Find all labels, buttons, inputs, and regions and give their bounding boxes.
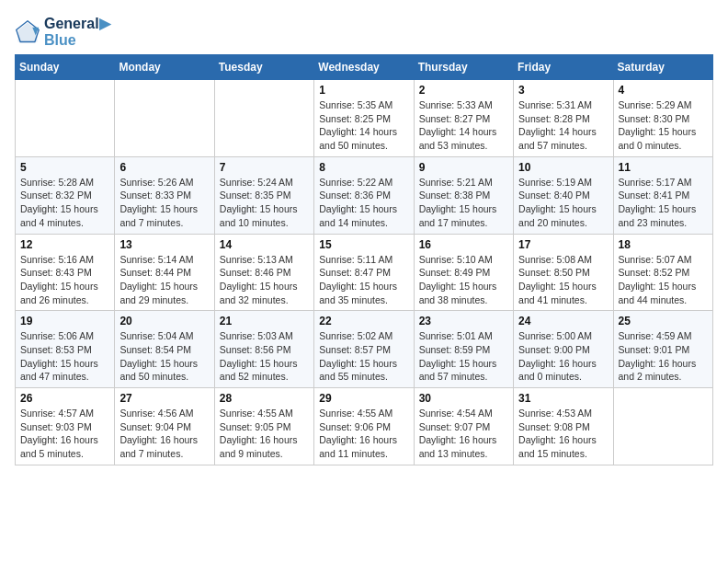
day-info: Sunrise: 5:31 AMSunset: 8:28 PMDaylight:… bbox=[518, 98, 608, 153]
calendar-cell: 26Sunrise: 4:57 AMSunset: 9:03 PMDayligh… bbox=[16, 388, 115, 465]
day-info: Sunrise: 5:28 AMSunset: 8:32 PMDaylight:… bbox=[20, 176, 109, 230]
weekday-header: Wednesday bbox=[314, 55, 414, 80]
calendar-cell: 13Sunrise: 5:14 AMSunset: 8:44 PMDayligh… bbox=[115, 234, 214, 311]
weekday-header: Sunday bbox=[16, 55, 115, 80]
day-number: 26 bbox=[20, 392, 109, 405]
day-number: 22 bbox=[319, 315, 408, 327]
day-info: Sunrise: 4:57 AMSunset: 9:03 PMDaylight:… bbox=[20, 407, 109, 461]
calendar-cell: 27Sunrise: 4:56 AMSunset: 9:04 PMDayligh… bbox=[115, 388, 214, 465]
calendar-cell: 2Sunrise: 5:33 AMSunset: 8:27 PMDaylight… bbox=[414, 80, 513, 157]
day-info: Sunrise: 4:53 AMSunset: 9:08 PMDaylight:… bbox=[518, 407, 608, 461]
day-info: Sunrise: 5:07 AMSunset: 8:52 PMDaylight:… bbox=[619, 253, 708, 307]
day-info: Sunrise: 4:59 AMSunset: 9:01 PMDaylight:… bbox=[619, 329, 708, 384]
day-info: Sunrise: 5:17 AMSunset: 8:41 PMDaylight:… bbox=[619, 176, 708, 230]
calendar-cell: 28Sunrise: 4:55 AMSunset: 9:05 PMDayligh… bbox=[214, 388, 313, 465]
weekday-header: Thursday bbox=[414, 55, 513, 80]
day-number: 6 bbox=[119, 161, 209, 174]
day-info: Sunrise: 5:24 AMSunset: 8:35 PMDaylight:… bbox=[220, 176, 309, 230]
calendar-cell: 23Sunrise: 5:01 AMSunset: 8:59 PMDayligh… bbox=[414, 311, 513, 388]
day-number: 21 bbox=[220, 315, 309, 327]
day-info: Sunrise: 5:01 AMSunset: 8:59 PMDaylight:… bbox=[419, 329, 508, 384]
day-number: 1 bbox=[319, 84, 408, 97]
day-number: 25 bbox=[619, 315, 708, 327]
day-info: Sunrise: 5:02 AMSunset: 8:57 PMDaylight:… bbox=[319, 329, 408, 384]
day-number: 16 bbox=[419, 238, 508, 251]
day-number: 17 bbox=[518, 238, 608, 251]
calendar-cell bbox=[115, 80, 214, 157]
day-info: Sunrise: 5:21 AMSunset: 8:38 PMDaylight:… bbox=[419, 176, 508, 230]
day-number: 2 bbox=[419, 84, 508, 97]
weekday-header: Monday bbox=[115, 55, 214, 80]
calendar-cell: 22Sunrise: 5:02 AMSunset: 8:57 PMDayligh… bbox=[314, 311, 414, 388]
calendar-cell: 19Sunrise: 5:06 AMSunset: 8:53 PMDayligh… bbox=[16, 311, 115, 388]
calendar-cell: 5Sunrise: 5:28 AMSunset: 8:32 PMDaylight… bbox=[16, 156, 115, 234]
calendar-cell: 14Sunrise: 5:13 AMSunset: 8:46 PMDayligh… bbox=[214, 234, 313, 311]
svg-marker-0 bbox=[18, 22, 38, 41]
day-number: 4 bbox=[619, 84, 708, 97]
day-info: Sunrise: 5:14 AMSunset: 8:44 PMDaylight:… bbox=[119, 253, 209, 307]
calendar-cell: 24Sunrise: 5:00 AMSunset: 9:00 PMDayligh… bbox=[514, 311, 613, 388]
calendar-cell: 16Sunrise: 5:10 AMSunset: 8:49 PMDayligh… bbox=[414, 234, 513, 311]
calendar-cell bbox=[613, 388, 712, 465]
day-info: Sunrise: 5:19 AMSunset: 8:40 PMDaylight:… bbox=[518, 176, 608, 230]
calendar-cell: 31Sunrise: 4:53 AMSunset: 9:08 PMDayligh… bbox=[514, 388, 613, 465]
logo-icon bbox=[15, 19, 40, 45]
calendar-cell: 18Sunrise: 5:07 AMSunset: 8:52 PMDayligh… bbox=[613, 234, 712, 311]
day-info: Sunrise: 5:00 AMSunset: 9:00 PMDaylight:… bbox=[518, 329, 608, 384]
calendar: SundayMondayTuesdayWednesdayThursdayFrid… bbox=[15, 54, 713, 465]
day-info: Sunrise: 5:29 AMSunset: 8:30 PMDaylight:… bbox=[619, 98, 708, 153]
calendar-cell: 10Sunrise: 5:19 AMSunset: 8:40 PMDayligh… bbox=[514, 156, 613, 234]
day-info: Sunrise: 4:55 AMSunset: 9:05 PMDaylight:… bbox=[220, 407, 309, 461]
calendar-cell: 3Sunrise: 5:31 AMSunset: 8:28 PMDaylight… bbox=[514, 80, 613, 157]
day-number: 7 bbox=[220, 161, 309, 174]
day-number: 19 bbox=[20, 315, 109, 327]
day-info: Sunrise: 5:06 AMSunset: 8:53 PMDaylight:… bbox=[20, 329, 109, 384]
day-info: Sunrise: 5:11 AMSunset: 8:47 PMDaylight:… bbox=[319, 253, 408, 307]
day-number: 29 bbox=[319, 392, 408, 405]
logo-text: General▶ Blue bbox=[44, 15, 110, 49]
day-info: Sunrise: 5:10 AMSunset: 8:49 PMDaylight:… bbox=[419, 253, 508, 307]
calendar-cell: 11Sunrise: 5:17 AMSunset: 8:41 PMDayligh… bbox=[613, 156, 712, 234]
day-info: Sunrise: 5:16 AMSunset: 8:43 PMDaylight:… bbox=[20, 253, 109, 307]
day-number: 14 bbox=[220, 238, 309, 251]
calendar-cell: 20Sunrise: 5:04 AMSunset: 8:54 PMDayligh… bbox=[115, 311, 214, 388]
calendar-cell: 17Sunrise: 5:08 AMSunset: 8:50 PMDayligh… bbox=[514, 234, 613, 311]
header: General▶ Blue bbox=[15, 15, 713, 49]
day-info: Sunrise: 4:56 AMSunset: 9:04 PMDaylight:… bbox=[119, 407, 209, 461]
calendar-cell: 1Sunrise: 5:35 AMSunset: 8:25 PMDaylight… bbox=[314, 80, 414, 157]
day-number: 30 bbox=[419, 392, 508, 405]
day-info: Sunrise: 5:35 AMSunset: 8:25 PMDaylight:… bbox=[319, 98, 408, 153]
calendar-cell: 25Sunrise: 4:59 AMSunset: 9:01 PMDayligh… bbox=[613, 311, 712, 388]
calendar-cell: 29Sunrise: 4:55 AMSunset: 9:06 PMDayligh… bbox=[314, 388, 414, 465]
weekday-header: Saturday bbox=[613, 55, 712, 80]
calendar-cell: 6Sunrise: 5:26 AMSunset: 8:33 PMDaylight… bbox=[115, 156, 214, 234]
day-number: 12 bbox=[20, 238, 109, 251]
day-number: 10 bbox=[518, 161, 608, 174]
day-number: 9 bbox=[419, 161, 508, 174]
day-info: Sunrise: 5:08 AMSunset: 8:50 PMDaylight:… bbox=[518, 253, 608, 307]
calendar-cell bbox=[214, 80, 313, 157]
day-number: 23 bbox=[419, 315, 508, 327]
logo: General▶ Blue bbox=[15, 15, 110, 49]
day-info: Sunrise: 5:26 AMSunset: 8:33 PMDaylight:… bbox=[119, 176, 209, 230]
day-info: Sunrise: 5:22 AMSunset: 8:36 PMDaylight:… bbox=[319, 176, 408, 230]
day-number: 18 bbox=[619, 238, 708, 251]
day-info: Sunrise: 4:54 AMSunset: 9:07 PMDaylight:… bbox=[419, 407, 508, 461]
day-number: 5 bbox=[20, 161, 109, 174]
day-info: Sunrise: 4:55 AMSunset: 9:06 PMDaylight:… bbox=[319, 407, 408, 461]
day-number: 15 bbox=[319, 238, 408, 251]
calendar-cell bbox=[16, 80, 115, 157]
calendar-cell: 21Sunrise: 5:03 AMSunset: 8:56 PMDayligh… bbox=[214, 311, 313, 388]
calendar-cell: 15Sunrise: 5:11 AMSunset: 8:47 PMDayligh… bbox=[314, 234, 414, 311]
calendar-cell: 9Sunrise: 5:21 AMSunset: 8:38 PMDaylight… bbox=[414, 156, 513, 234]
day-number: 27 bbox=[119, 392, 209, 405]
calendar-cell: 8Sunrise: 5:22 AMSunset: 8:36 PMDaylight… bbox=[314, 156, 414, 234]
calendar-cell: 12Sunrise: 5:16 AMSunset: 8:43 PMDayligh… bbox=[16, 234, 115, 311]
day-number: 28 bbox=[220, 392, 309, 405]
day-number: 24 bbox=[518, 315, 608, 327]
day-info: Sunrise: 5:04 AMSunset: 8:54 PMDaylight:… bbox=[119, 329, 209, 384]
day-number: 13 bbox=[119, 238, 209, 251]
calendar-cell: 30Sunrise: 4:54 AMSunset: 9:07 PMDayligh… bbox=[414, 388, 513, 465]
weekday-header: Tuesday bbox=[214, 55, 313, 80]
calendar-cell: 7Sunrise: 5:24 AMSunset: 8:35 PMDaylight… bbox=[214, 156, 313, 234]
